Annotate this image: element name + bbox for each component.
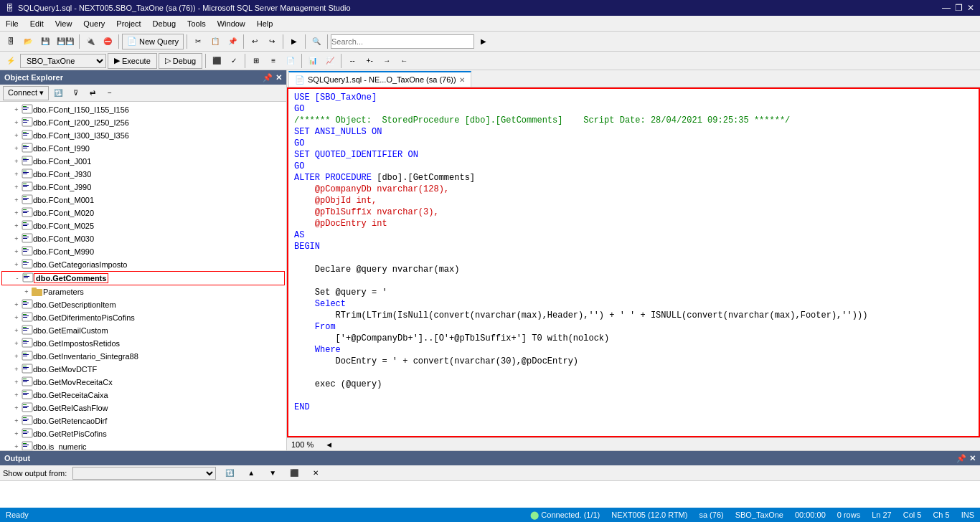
tree-expand-icon[interactable]: + [11,158,22,165]
cut-btn[interactable]: ✂ [190,34,206,49]
close-button[interactable]: ✕ [967,3,974,13]
tree-expand-icon[interactable]: - [12,275,22,282]
menu-item-edit[interactable]: Edit [24,18,50,29]
tree-expand-icon[interactable]: + [11,106,22,113]
scroll-left-btn[interactable]: ◄ [325,440,333,449]
open-btn[interactable]: 📂 [20,34,36,49]
find-btn[interactable]: 🔍 [308,34,324,49]
decrease-indent-btn[interactable]: ← [396,53,412,69]
tree-expand-icon[interactable]: + [11,196,22,204]
menu-item-view[interactable]: View [50,18,78,29]
query-tab-1[interactable]: 📄 SQLQuery1.sql - NE...O_TaxOne (sa (76)… [288,71,471,87]
tree-expand-icon[interactable]: + [11,443,22,450]
paste-btn[interactable]: 📌 [225,34,240,49]
search-go-btn[interactable]: ▶ [476,34,491,49]
connect-db-btn[interactable]: ⚡ [3,53,19,69]
tree-item[interactable]: +dbo.GetRetencaoDirf [1,414,285,427]
exec-query-plan-btn[interactable]: 📊 [305,53,321,69]
tree-expand-icon[interactable]: + [11,314,22,321]
execute-button[interactable]: ▶ Execute [108,53,157,69]
output-pin-icon[interactable]: 📌 [956,454,966,463]
editor-area[interactable]: USE [SBO_TaxOne]GO/****** Object: Stored… [287,87,980,437]
tree-item[interactable]: +dbo.FCont_J990 [1,181,285,194]
tree-expand-icon[interactable]: + [11,353,22,360]
output-source-select[interactable] [72,467,216,480]
tree-expand-icon[interactable]: + [11,417,22,424]
tree-expand-icon[interactable]: + [11,248,22,255]
tree-item[interactable]: -dbo.GetComments [1,271,285,285]
results-to-grid-btn[interactable]: ⊞ [248,53,264,69]
tree-item[interactable]: +dbo.GetRetPisCofins [1,427,285,440]
minimize-button[interactable]: — [942,3,951,13]
increase-indent-btn[interactable]: → [379,53,395,69]
redo-btn[interactable]: ↪ [264,34,280,49]
new-database-btn[interactable]: 🗄 [3,34,19,49]
client-stats-btn[interactable]: 📈 [322,53,338,69]
tree-item[interactable]: +dbo.GetDescriptionItem [1,298,285,311]
copy-btn[interactable]: 📋 [207,34,223,49]
tree-expand-icon[interactable]: + [11,235,22,242]
tree-expand-icon[interactable]: + [11,145,22,152]
tree-item[interactable]: +dbo.GetEmailCustom [1,324,285,337]
oe-close-icon[interactable]: ✕ [275,73,282,82]
tree-expand-icon[interactable]: + [22,288,32,295]
stop-btn[interactable]: ⬛ [209,53,225,69]
tree-item[interactable]: +dbo.FCont_J930 [1,168,285,181]
tree-item[interactable]: +dbo.FCont_M001 [1,194,285,207]
tree-item[interactable]: +dbo.FCont_M990 [1,245,285,258]
oe-pin-icon[interactable]: 📌 [263,73,273,82]
output-close-icon[interactable]: ✕ [969,454,976,463]
oe-connect-button[interactable]: Connect ▾ [3,86,49,100]
debug-button[interactable]: ▷ Debug [159,53,202,69]
tree-item[interactable]: +dbo.FCont_I200_I250_I256 [1,116,285,129]
output-stop-btn[interactable]: ⬛ [286,465,302,481]
tree-expand-icon[interactable]: + [11,171,22,178]
disconnect-btn[interactable]: ⛔ [100,34,116,49]
tree-expand-icon[interactable]: + [11,119,22,126]
undo-btn[interactable]: ↩ [247,34,263,49]
tree-expand-icon[interactable]: + [11,379,22,386]
tree-expand-icon[interactable]: + [11,209,22,217]
parse-btn[interactable]: ✓ [226,53,242,69]
tree-item[interactable]: +dbo.GetInventario_Sintegra88 [1,350,285,363]
menu-item-project[interactable]: Project [110,18,146,29]
output-up-btn[interactable]: ▲ [243,465,259,481]
menu-item-window[interactable]: Window [212,18,251,29]
title-controls[interactable]: — ❐ ✕ [942,3,974,13]
menu-item-file[interactable]: File [0,18,24,29]
tree-item[interactable]: +dbo.GetDiferimentoPisCofins [1,311,285,324]
tree-item[interactable]: +dbo.FCont_M020 [1,207,285,219]
tree-item[interactable]: +dbo.FCont_J001 [1,155,285,168]
oe-filter-btn[interactable]: ⊽ [67,85,83,101]
new-query-button[interactable]: 📄 New Query [122,34,184,49]
connect-btn[interactable]: 🔌 [83,34,98,49]
run-btn[interactable]: ▶ [286,34,302,49]
tree-item[interactable]: +dbo.FCont_I300_I350_I356 [1,129,285,142]
tree-item[interactable]: +dbo.GetImpostosRetidos [1,337,285,350]
results-to-text-btn[interactable]: ≡ [265,53,281,69]
output-refresh-btn[interactable]: 🔃 [222,465,237,481]
tab-close-button[interactable]: ✕ [459,76,465,84]
tree-item[interactable]: +dbo.GetRelCashFlow [1,402,285,414]
tree-item[interactable]: +dbo.GetMovReceitaCx [1,376,285,389]
output-clear-btn[interactable]: ✕ [308,465,324,481]
save-btn[interactable]: 💾 [37,34,53,49]
search-input[interactable] [331,34,474,49]
results-to-file-btn[interactable]: 📄 [283,53,298,69]
tree-item[interactable]: +dbo.is_numeric [1,440,285,450]
output-down-btn[interactable]: ▼ [265,465,281,481]
tree-expand-icon[interactable]: + [11,392,22,399]
menu-item-query[interactable]: Query [77,18,110,29]
tree-item[interactable]: +dbo.GetMovDCTF [1,363,285,376]
comment-btn[interactable]: -- [344,53,360,69]
tree-expand-icon[interactable]: + [11,327,22,334]
menu-item-help[interactable]: Help [251,18,279,29]
maximize-button[interactable]: ❐ [955,3,963,13]
tree-expand-icon[interactable]: + [11,366,22,373]
tree-item[interactable]: +dbo.FCont_I150_I155_I156 [1,103,285,116]
tree-expand-icon[interactable]: + [11,340,22,347]
menu-item-debug[interactable]: Debug [147,18,182,29]
tree-item[interactable]: +dbo.FCont_I990 [1,142,285,155]
tree-item[interactable]: +Parameters [1,285,285,298]
menu-item-tools[interactable]: Tools [182,18,212,29]
